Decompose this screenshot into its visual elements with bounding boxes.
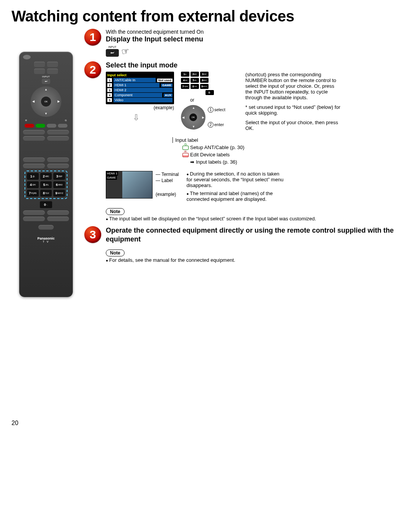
example-label: (example): [106, 105, 174, 110]
num-1[interactable]: 1@.: [27, 173, 39, 180]
remote-input-label: INPUT: [23, 76, 69, 78]
input-label-section: Input label Setup ANT/Cable (p. 30) Edit…: [175, 137, 402, 165]
shortcut-text: (shortcut) press the corresponding NUMBE…: [245, 72, 341, 100]
tv-preview-thumb: HDMI 1 GAME: [106, 171, 153, 199]
remote-ok-button[interactable]: OK: [41, 97, 51, 107]
press-hand-icon: ☞: [120, 45, 131, 57]
num-3[interactable]: 3DEF: [53, 173, 65, 180]
remote-brand-sub: T V: [23, 240, 69, 243]
step2-title: Select the input mode: [106, 61, 402, 69]
remote-dpad[interactable]: ▲▼ ◀▶ OK: [31, 86, 61, 117]
link-setup: Setup ANT/Cable (p. 30): [190, 144, 245, 150]
step-number-2: 2: [84, 61, 101, 78]
link-edit: Edit Device labels: [190, 152, 230, 158]
color-button[interactable]: [58, 124, 67, 128]
enter-label: enter: [214, 122, 224, 127]
remote-illustration: INPUT ⮨ ▲▼ ◀▶ OK R G: [12, 29, 80, 297]
remote-brand: Panasonic: [23, 236, 69, 240]
step-number-3: 3: [84, 226, 101, 243]
link-input-labels: Input labels (p. 36): [196, 159, 237, 165]
page-title: Watching content from external devices: [12, 8, 402, 25]
num-4[interactable]: 4GHI: [27, 181, 39, 188]
num-0[interactable]: 0- .: [40, 201, 52, 208]
thumb-terminal-label: Terminal: [161, 172, 179, 177]
input-select-osd: Input select 1ANT/Cable InNot used 2HDMI…: [106, 72, 174, 104]
step-1: 1 With the connected equipment turned On…: [84, 29, 402, 57]
remote-number-pad[interactable]: 1@. 2ABC 3DEF 4GHI 5JKL 6MNO 7PQRS 8TUV …: [25, 171, 67, 199]
select-text: Select the input of your choice, then pr…: [245, 120, 341, 131]
down-arrow-icon: ⇩: [133, 113, 174, 123]
green-chip-icon: [182, 146, 189, 150]
color-button-red[interactable]: [25, 124, 34, 128]
star-text: * set unused input to “Not used” (below)…: [245, 104, 341, 116]
step3-title: Operate the connected equipment directly…: [106, 226, 402, 243]
step-number-1: 1: [84, 29, 101, 46]
input-button-icon: INPUT ⮨: [106, 46, 119, 57]
num-2[interactable]: 2ABC: [40, 173, 52, 180]
color-label-g: G: [65, 119, 67, 122]
step2-note-text: The input label will be displayed on the…: [106, 216, 402, 222]
osd-header: Input select: [107, 73, 172, 77]
page-number: 20: [12, 420, 402, 427]
step-3: 3 Operate the connected equipment direct…: [84, 226, 402, 263]
mini-keypad: 1@.2ABC3DEF 4GHI5JKL6MNO 7PQRS8TUV9WXYZ: [181, 72, 238, 89]
color-label-r: R: [25, 119, 27, 122]
note-pill-3: Note: [106, 250, 125, 256]
num-6[interactable]: 6MNO: [53, 181, 65, 188]
arrow-right-icon: ➡: [190, 159, 194, 165]
step1-title: Display the Input select menu: [106, 35, 402, 43]
num-7[interactable]: 7PQRS: [27, 190, 39, 197]
example-label-2: (example): [156, 192, 179, 197]
color-button[interactable]: [47, 124, 56, 128]
step-2: 2 Select the input mode Input select 1AN…: [84, 61, 402, 222]
red-chip-icon: [182, 153, 189, 157]
color-button-green[interactable]: [36, 124, 45, 128]
step3-note-text: For details, see the manual for the conn…: [106, 257, 402, 263]
or-label: or: [190, 97, 238, 103]
dpad-icon: ▲▼ ◀▶ OK: [181, 105, 205, 130]
num-9[interactable]: 9WXYZ: [53, 190, 65, 197]
num-5[interactable]: 5JKL: [40, 181, 52, 188]
step1-preline: With the connected equipment turned On: [106, 29, 402, 35]
thumb-label-label: Label: [161, 178, 172, 183]
note-pill: Note: [106, 208, 125, 215]
step2-bullets: During the selection, if no action is ta…: [186, 171, 286, 204]
remote-input-button[interactable]: ⮨: [42, 79, 50, 84]
num-8[interactable]: 8TUV: [40, 190, 52, 197]
select-label: select: [214, 107, 225, 112]
input-label-heading: Input label: [175, 137, 198, 143]
